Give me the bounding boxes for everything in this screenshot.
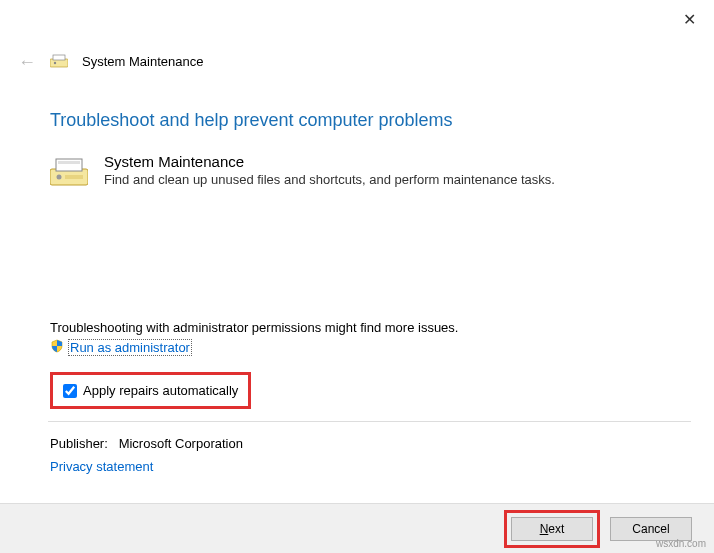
system-maintenance-small-icon — [50, 52, 68, 71]
privacy-statement-link[interactable]: Privacy statement — [50, 459, 153, 474]
system-maintenance-large-icon — [50, 153, 88, 190]
svg-rect-7 — [65, 175, 83, 179]
svg-point-6 — [57, 175, 62, 180]
troubleshooter-summary: System Maintenance Find and clean up unu… — [50, 153, 689, 190]
back-arrow-icon: ← — [18, 53, 36, 71]
window-title: System Maintenance — [82, 54, 203, 69]
publisher-value: Microsoft Corporation — [119, 436, 243, 451]
troubleshooter-info: System Maintenance Find and clean up unu… — [104, 153, 555, 187]
next-button-highlight: Next — [504, 510, 600, 548]
publisher-row: Publisher: Microsoft Corporation — [50, 436, 689, 451]
next-button[interactable]: Next — [511, 517, 593, 541]
wizard-header: ← System Maintenance — [18, 52, 203, 71]
svg-rect-1 — [53, 55, 65, 60]
svg-rect-4 — [56, 159, 82, 171]
publisher-label: Publisher: — [50, 436, 108, 451]
separator — [48, 421, 691, 422]
cancel-button[interactable]: Cancel — [610, 517, 692, 541]
svg-rect-5 — [58, 161, 80, 164]
run-as-administrator-link[interactable]: Run as administrator — [68, 339, 192, 356]
uac-shield-icon — [50, 339, 64, 356]
apply-repairs-row: Apply repairs automatically — [50, 372, 251, 409]
wizard-content: Troubleshoot and help prevent computer p… — [50, 110, 689, 474]
wizard-footer: Next Cancel — [0, 503, 714, 553]
close-button[interactable]: ✕ — [683, 10, 696, 29]
admin-permissions-note: Troubleshooting with administrator permi… — [50, 320, 689, 335]
run-as-admin-row: Run as administrator — [50, 339, 689, 356]
watermark: wsxdn.com — [656, 538, 706, 549]
troubleshooter-name: System Maintenance — [104, 153, 555, 170]
page-heading: Troubleshoot and help prevent computer p… — [50, 110, 689, 131]
troubleshooter-description: Find and clean up unused files and short… — [104, 172, 555, 187]
svg-point-2 — [54, 62, 56, 64]
apply-repairs-checkbox[interactable] — [63, 384, 77, 398]
apply-repairs-label[interactable]: Apply repairs automatically — [83, 383, 238, 398]
